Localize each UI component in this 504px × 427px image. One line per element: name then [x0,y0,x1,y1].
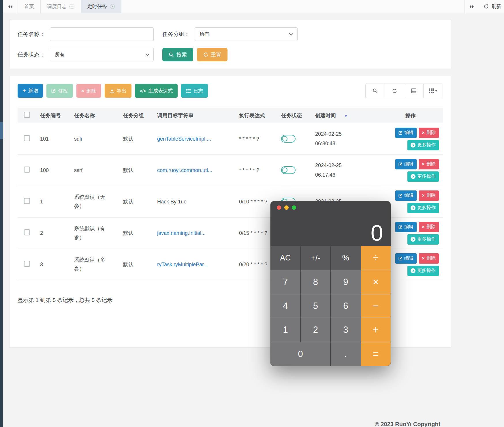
row-checkbox[interactable] [24,198,30,204]
window-zoom-button[interactable] [292,205,296,210]
calculator-keypad: AC +/- % ÷ 7 8 9 × 4 5 6 − 1 2 3 + 0 . = [270,246,391,366]
table-refresh-button[interactable] [385,84,404,98]
caret-down-icon: ▾ [435,89,437,93]
calc-key-divide[interactable]: ÷ [361,246,391,270]
calc-key-6[interactable]: 6 [331,294,361,318]
calc-key-equals[interactable]: = [361,342,391,366]
tabs-scroll-right-button[interactable] [464,0,479,13]
refresh-tab-button[interactable]: 刷新 [479,0,504,13]
modify-button-label: 修改 [58,88,68,94]
row-edit-button[interactable]: 编辑 [395,190,417,201]
generate-expression-button[interactable]: </> 生成表达式 [135,84,178,98]
search-button[interactable]: 搜索 [162,48,193,61]
row-delete-button[interactable]: ×删除 [419,128,439,138]
cell-cron: 0/15 * * * * ? [235,228,272,238]
select-all-checkbox[interactable] [24,112,30,118]
window-minimize-button[interactable] [284,205,289,210]
export-button[interactable]: 导出 [105,84,131,98]
row-delete-button[interactable]: ×删除 [419,190,439,201]
calc-key-7[interactable]: 7 [270,270,300,294]
row-checkbox[interactable] [24,261,30,267]
row-edit-button[interactable]: 编辑 [395,159,417,169]
calc-key-2[interactable]: 2 [301,318,331,342]
toggle-knob [282,167,287,173]
row-checkbox[interactable] [24,167,30,173]
calc-key-5[interactable]: 5 [301,294,331,318]
cell-job-group: 默认 [119,198,153,205]
calc-key-dot[interactable]: . [331,342,361,366]
header-job-name[interactable]: 任务名称 [70,112,119,119]
status-toggle[interactable] [281,166,296,174]
header-job-id[interactable]: 任务编号 [36,112,70,119]
cell-cron: * * * * * ? [235,166,272,175]
sort-caret-icon[interactable]: ▼ [344,114,348,118]
calc-key-3[interactable]: 3 [331,318,361,342]
row-delete-button[interactable]: ×删除 [419,222,439,232]
cell-job-name: 系统默认（无参） [70,193,119,210]
header-create-time[interactable]: 创建时间▼ [311,112,378,119]
tab-close-icon[interactable]: × [110,4,115,9]
header-invoke-target[interactable]: 调用目标字符串 [153,112,235,119]
table-detail-view-button[interactable] [404,84,424,98]
cell-job-group: 默认 [119,167,153,174]
task-name-input[interactable] [50,27,154,41]
x-icon: × [81,88,84,93]
header-cron[interactable]: 执行表达式 [235,112,277,119]
table-columns-button[interactable]: ▾ [423,84,443,98]
task-group-value: 所有 [200,31,209,37]
row-delete-button[interactable]: ×删除 [419,159,439,169]
header-job-group[interactable]: 任务分组 [119,112,153,119]
calc-key-1[interactable]: 1 [270,318,300,342]
delete-button[interactable]: × 删除 [76,84,101,98]
calc-key-percent[interactable]: % [331,246,361,270]
header-status[interactable]: 任务状态 [277,112,311,119]
table-search-toggle-button[interactable] [365,84,385,98]
calculator-window[interactable]: 0 AC +/- % ÷ 7 8 9 × 4 5 6 − 1 2 3 + 0 .… [270,201,391,366]
log-button[interactable]: 日志 [181,84,208,98]
row-delete-button[interactable]: ×删除 [419,253,439,264]
row-more-button[interactable]: 更多操作 [407,203,439,213]
invoke-target-link[interactable]: javax.naming.Initial... [157,230,206,236]
row-more-button[interactable]: 更多操作 [407,140,439,150]
cell-job-name: 系统默认（有参） [70,224,119,242]
calc-key-8[interactable]: 8 [301,270,331,294]
sidebar-strip [0,0,3,427]
table-toolbar: + 新增 修改 × 删除 导出 </> 生成表达式 [18,84,443,98]
status-toggle[interactable] [281,135,296,143]
tab-close-icon[interactable]: × [69,4,74,9]
invoke-target-link[interactable]: com.ruoyi.common.uti... [157,167,212,173]
calc-key-plus[interactable]: + [361,318,391,342]
chevron-circle-icon [411,205,415,210]
row-more-button[interactable]: 更多操作 [407,266,439,276]
calc-key-ac[interactable]: AC [270,246,300,270]
invoke-target-link[interactable]: ryTask.ryMultiplePar... [157,262,208,267]
task-status-select[interactable]: 所有 [50,48,154,61]
calc-key-4[interactable]: 4 [270,294,300,318]
add-button[interactable]: + 新增 [18,84,43,98]
row-checkbox[interactable] [24,229,30,235]
row-edit-button[interactable]: 编辑 [395,128,417,138]
calc-key-9[interactable]: 9 [331,270,361,294]
row-checkbox[interactable] [24,135,30,141]
task-group-select[interactable]: 所有 [195,27,298,41]
calc-key-0[interactable]: 0 [270,342,330,366]
tab-schedule-log[interactable]: 调度日志 × [41,0,81,13]
calc-key-minus[interactable]: − [361,294,391,318]
tabs-scroll-left-button[interactable] [3,0,18,13]
toggle-knob [282,136,287,141]
row-edit-button[interactable]: 编辑 [395,222,417,232]
modify-button[interactable]: 修改 [46,84,73,98]
tab-home[interactable]: 首页 [18,0,41,13]
invoke-target-link[interactable]: genTableServiceImpl.... [157,136,211,142]
cell-cron: 0/20 * * * * ? [235,260,272,269]
chevron-circle-icon [411,143,415,148]
row-more-button[interactable]: 更多操作 [407,234,439,245]
calc-key-sign[interactable]: +/- [301,246,331,270]
row-more-button[interactable]: 更多操作 [407,171,439,182]
calculator-titlebar[interactable]: 0 [270,201,391,246]
calc-key-multiply[interactable]: × [361,270,391,294]
window-close-button[interactable] [277,205,281,210]
tab-scheduled-tasks[interactable]: 定时任务 × [81,0,121,13]
reset-button[interactable]: 重置 [197,48,227,61]
row-edit-button[interactable]: 编辑 [395,253,417,264]
